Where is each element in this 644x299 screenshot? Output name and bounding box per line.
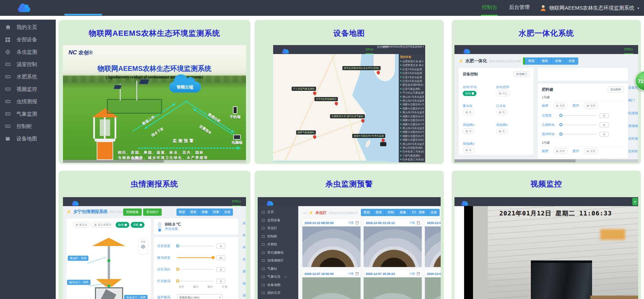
callout-label: 诱虫灯：关闭 [68, 256, 88, 261]
slider-row: 语音音量0 [157, 244, 235, 248]
slider-row: 灯光驱鸟0 [157, 279, 235, 284]
green-button: 育虫统计 [143, 209, 162, 216]
bolt-icon: ⚡ [459, 59, 463, 63]
device-list-item: 福建今古园生科3号 [400, 107, 424, 110]
dashed-arrow [138, 148, 240, 149]
sidebar-item-label: 虫情测报 [17, 98, 37, 105]
device-name: 水肥一体化 [465, 58, 487, 64]
map-footer-strip [273, 161, 387, 162]
fertilizer-tank-panel: 肥料罐 添加肥料 1号罐 施肥关闭 搅拌关闭 注肥量0 注肥时长0 搅拌时长0 … [538, 84, 628, 159]
device-name: 福建今古园生科0号 [402, 130, 424, 134]
device-name: 唐山坝2号杀虫监测 [402, 99, 424, 103]
trap-photo [364, 277, 422, 299]
insect-preview-image[interactable]: 控制台 ⚡ 乡宁虫情测报系统 B947161D718356D6 控制面板育虫统计… [63, 197, 246, 299]
toolbar-button: 图像 [397, 209, 409, 216]
device-list: 合肥梦里水乡-食小镇合肥梦里水乡-食小镇比亚2号杀虫监测比亚3号杀虫监测比亚4号… [400, 60, 424, 162]
mini-topbar: e [454, 197, 638, 206]
map-preview-image[interactable]: 控制台 后台管理 物联网AEEMS农林生态环境监测系统 ▾ 宁人自监气象监测站 … [273, 45, 425, 162]
sidebar-item-all-devices[interactable]: 全部设备 [0, 33, 56, 46]
switch-row: 自动启停停止 [496, 83, 529, 96]
map-marker: 最福今古园生科2号杀虫监测 [367, 134, 400, 146]
pin-icon [334, 101, 339, 106]
photo-tile: 2020-12-07 16:00:00大图 [302, 270, 361, 299]
image-subtitle: （Agroforestry ecological environment mon… [63, 75, 246, 80]
switch-row: 有线阀2关 [496, 121, 529, 134]
weather-station-fence [107, 99, 162, 114]
insect-lamp-device [88, 108, 121, 163]
device-name: 乡宁虫情测报系统 [73, 209, 108, 215]
sidebar-item-home[interactable]: 我的主页 [0, 21, 56, 33]
sidebar-item-label: 温室控制 [17, 61, 37, 68]
sidebar-item-video[interactable]: 视频监控 [0, 83, 56, 95]
empty-panel [538, 68, 628, 81]
solar-panel [114, 85, 122, 89]
pin-icon [400, 92, 401, 93]
temperature-label: 杀虫温度 [165, 227, 181, 231]
mini-item-label: 虫情测报灯 [267, 258, 284, 263]
slider-row: 仿生鸟叫0 [157, 267, 235, 272]
mini-item-icon [262, 243, 265, 246]
account-menu[interactable]: 物联网AEEMS农林生态环境监测系统 ▾ [540, 5, 639, 11]
mini-item-label: 设备地图 [267, 283, 280, 287]
warm-light [600, 229, 625, 240]
device-list-item: 福建今古园生科2号 [400, 134, 424, 138]
fertigation-preview-image[interactable]: 控制台 ⚡ 水肥一体化 859A9FB514CD1C8E 控制面板 数据图表报警… [454, 45, 638, 162]
card-fertigation: 水肥一体化系统 控制台 ⚡ 水肥一体化 859A9FB514CD1C8E 控制面… [452, 20, 641, 164]
sidebar-item-insect-report[interactable]: 虫情测报 [0, 95, 56, 108]
card-title: 虫情测报系统 [58, 179, 250, 189]
mini-topbar: 控制台 [454, 45, 638, 54]
tick-label: 慢闪 [207, 285, 213, 289]
sidebar-item-pest-monitor[interactable]: 杀虫监测 [0, 46, 56, 58]
toolbar-button-group: 数据图表图像报警设置 [176, 209, 233, 216]
switch-row: 自动/手动自动 [463, 83, 496, 96]
switch-row: 江水泵关 [496, 102, 529, 115]
device-list-item: 唐山坝1号杀虫监测 [400, 95, 424, 99]
dropdown-row: 超声驱鸟变频全频(1-36K)▾ [157, 294, 235, 299]
device-list-item: 福建今古园生科科技 [400, 138, 424, 142]
device-name: 福建今古园生科5号 [402, 118, 424, 122]
video-letterbox [464, 206, 473, 299]
sidebar-item-fertigation[interactable]: 水肥系统 [0, 71, 56, 83]
app-cloud-logo[interactable] [18, 7, 30, 12]
video-preview-image[interactable]: e 2021年01月12日 星期二 11:06:33 [454, 197, 638, 299]
mini-nav-console: 控制台 [365, 45, 374, 54]
solar-panel [139, 79, 150, 84]
pin-icon [400, 104, 401, 105]
insect-lamp-icon [5, 49, 11, 55]
device-list-item: 福建今古园生科0号 [400, 130, 424, 134]
mini-item-icon [262, 276, 265, 278]
device-name: 唐山坝4号杀虫监测 [402, 126, 424, 130]
mini-item-icon [262, 235, 265, 238]
nav-admin[interactable]: 后台管理 [508, 0, 530, 16]
device-name: 比亚3号杀虫监测 [402, 71, 422, 75]
chevron-down-icon: ▾ [637, 6, 639, 10]
toolbar-button: 预警 [416, 209, 428, 216]
mini-sidebar: 主页全部设备杀虫灯控制柜水肥机萤石摄像机虫情测报灯气象站气象信息设备地图我的主页 [258, 206, 298, 299]
device-name: 福建今古园生科科技 [402, 138, 424, 142]
monitor-icon [233, 135, 241, 140]
intro-preview-image[interactable]: NC 农创® 物联网AEEMS农林生态环境监测系统 （Agroforestry … [63, 45, 246, 163]
device-name: 比亚气象监测站 [402, 87, 421, 91]
nav-console[interactable]: 控制台 [481, 0, 498, 16]
device-list-item: 唐山坝3号杀虫监测 [400, 110, 424, 114]
horizontal-scrollbar [63, 160, 246, 163]
sidebar-item-control-cabinet[interactable]: 控制柜 [0, 120, 56, 132]
pin-icon [400, 119, 401, 121]
video-frame: 2021年01月12日 星期二 11:06:33 [473, 206, 638, 299]
toolbar-button: 数据 [525, 57, 538, 65]
sidebar-item-weather[interactable]: 气象监测 [0, 108, 56, 120]
trap-photo [425, 226, 441, 267]
tank-switch-row: 施肥关闭 搅拌关闭 [542, 103, 624, 109]
horizontal-scrollbar [454, 159, 638, 162]
mini-sidebar-item: 气象信息 [258, 273, 298, 281]
pest-preview-image[interactable]: 主页全部设备杀虫灯控制柜水肥机萤石摄像机虫情测报灯气象站气象信息设备地图我的主页… [258, 197, 441, 299]
trash-icon [417, 221, 420, 224]
pin-icon [400, 108, 401, 109]
device-control-panel: 设备控制 管理阀门 自动/手动自动 自动启停停止 蓄水泵关 江水泵关 有线阀1关… [459, 68, 534, 154]
loading-bar [64, 14, 102, 15]
right-settings-labels: 采集间隔阀门轮灌模式灌溉模式定时灌溉1定时时长1 [628, 86, 638, 154]
trap-photo [302, 277, 361, 299]
sidebar-item-device-map[interactable]: 设备地图 [0, 132, 56, 145]
mini-item-icon [262, 284, 265, 286]
sidebar-item-greenhouse[interactable]: 温室控制 [0, 58, 56, 71]
